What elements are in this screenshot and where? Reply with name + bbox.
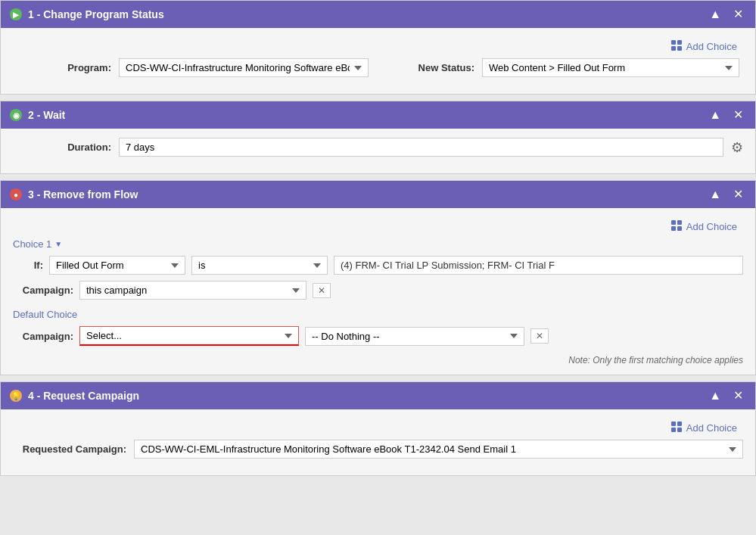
step-3-title: 3 - Remove from Flow bbox=[28, 188, 138, 201]
step-2-actions: ▲ ✕ bbox=[706, 107, 746, 123]
step-3-add-choice-row: Add Choice bbox=[13, 217, 743, 238]
step-3-body: Add Choice Choice 1 ▼ If: Filled Out For… bbox=[1, 208, 755, 375]
step-3-close-button[interactable]: ✕ bbox=[730, 187, 746, 202]
step-1-up-button[interactable]: ▲ bbox=[706, 7, 724, 22]
step-1-add-choice-row: Add Choice bbox=[13, 37, 743, 58]
step-4-body: Add Choice Requested Campaign: CDS-WW-CI… bbox=[1, 409, 755, 475]
step-2-header: ◉ 2 - Wait ▲ ✕ bbox=[1, 101, 755, 129]
step-1-program-row: Program: CDS-WW-CI-Infrastructure Monito… bbox=[13, 58, 743, 77]
step-1-status-label: New Status: bbox=[376, 62, 474, 73]
step-3-if-row: If: Filled Out Form is (4) FRM- CI Trial… bbox=[13, 256, 743, 275]
step-3-header: ● 3 - Remove from Flow ▲ ✕ bbox=[1, 181, 755, 208]
step-3-if-label: If: bbox=[13, 260, 43, 271]
step-4-requested-row: Requested Campaign: CDS-WW-CI-EML-Infras… bbox=[13, 440, 743, 459]
step-4-header: 💡 4 - Request Campaign ▲ ✕ bbox=[1, 382, 755, 409]
step-3-condition-op-select[interactable]: is bbox=[191, 256, 328, 275]
step-1-header: ▶ 1 - Change Program Status ▲ ✕ bbox=[1, 1, 755, 28]
step-4-add-choice-row: Add Choice bbox=[13, 418, 743, 440]
step-3-title-group: ● 3 - Remove from Flow bbox=[10, 188, 138, 201]
step-3-status-icon: ● bbox=[10, 188, 22, 201]
step-4-close-button[interactable]: ✕ bbox=[730, 388, 746, 403]
step-1-status-select[interactable]: Web Content > Filled Out Form bbox=[482, 58, 739, 77]
step-3-default-campaign-select[interactable]: Select... bbox=[79, 326, 299, 346]
step-4-status-icon: 💡 bbox=[10, 390, 22, 402]
step-1-close-button[interactable]: ✕ bbox=[730, 7, 746, 22]
step-3-default-remove-button[interactable]: ✕ bbox=[530, 328, 549, 344]
step-2-duration-row: Duration: ⚙ bbox=[13, 138, 743, 157]
add-choice-grid-icon bbox=[671, 40, 683, 52]
step-1-program-label: Program: bbox=[13, 62, 111, 73]
step-3-add-choice-grid-icon bbox=[671, 220, 683, 232]
step-2-close-button[interactable]: ✕ bbox=[730, 107, 746, 123]
step-3-add-choice-label: Add Choice bbox=[686, 221, 737, 232]
step-3-condition-value: (4) FRM- CI Trial LP Submission; FRM- CI… bbox=[334, 256, 743, 275]
step-4-add-choice-label: Add Choice bbox=[686, 422, 737, 434]
step-3-choice-1-body: If: Filled Out Form is (4) FRM- CI Trial… bbox=[13, 256, 743, 300]
step-3-default-choice-label: Default Choice bbox=[13, 309, 743, 320]
step-2-body: Duration: ⚙ bbox=[1, 129, 755, 173]
step-1-program-select[interactable]: CDS-WW-CI-Infrastructure Monitoring Soft… bbox=[119, 58, 369, 77]
step-2-duration-input[interactable] bbox=[119, 138, 723, 157]
step-2-title: 2 - Wait bbox=[28, 109, 65, 121]
step-2-status-icon: ◉ bbox=[10, 109, 22, 121]
step-4-up-button[interactable]: ▲ bbox=[706, 388, 724, 403]
step-3-remove-row-button[interactable]: ✕ bbox=[313, 283, 331, 298]
step-1-block: ▶ 1 - Change Program Status ▲ ✕ Add Choi… bbox=[0, 0, 756, 95]
step-3-campaign-select[interactable]: this campaign bbox=[79, 281, 306, 300]
step-3-actions: ▲ ✕ bbox=[706, 187, 746, 202]
step-3-default-choice-row: Campaign: Select... -- Do Nothing -- ✕ bbox=[13, 326, 743, 346]
step-3-add-choice-button[interactable]: Add Choice bbox=[671, 220, 737, 232]
step-4-title: 4 - Request Campaign bbox=[28, 390, 139, 402]
step-3-condition-field-select[interactable]: Filled Out Form bbox=[49, 256, 185, 275]
step-3-choice-1-text: Choice 1 bbox=[13, 238, 51, 250]
step-3-default-action-select[interactable]: -- Do Nothing -- bbox=[305, 327, 524, 346]
step-4-requested-label: Requested Campaign: bbox=[13, 443, 126, 455]
step-2-up-button[interactable]: ▲ bbox=[706, 107, 724, 123]
step-3-campaign-label: Campaign: bbox=[13, 285, 73, 296]
step-2-title-group: ◉ 2 - Wait bbox=[10, 109, 65, 121]
step-3-campaign-row: Campaign: this campaign ✕ bbox=[13, 281, 743, 300]
step-2-gear-button[interactable]: ⚙ bbox=[731, 139, 743, 156]
step-3-up-button[interactable]: ▲ bbox=[706, 187, 724, 202]
step-3-choice-1-arrow: ▼ bbox=[54, 240, 62, 248]
step-3-choice-1-label[interactable]: Choice 1 ▼ bbox=[13, 238, 743, 250]
step-2-duration-label: Duration: bbox=[13, 142, 111, 153]
step-1-title: 1 - Change Program Status bbox=[28, 8, 164, 20]
step-4-title-group: 💡 4 - Request Campaign bbox=[10, 390, 139, 402]
step-1-title-group: ▶ 1 - Change Program Status bbox=[10, 8, 164, 20]
step-4-actions: ▲ ✕ bbox=[706, 388, 746, 403]
step-1-add-choice-button[interactable]: Add Choice bbox=[671, 40, 737, 52]
step-1-add-choice-label: Add Choice bbox=[686, 41, 737, 52]
step-4-requested-select[interactable]: CDS-WW-CI-EML-Infrastructure Monitoring … bbox=[134, 440, 743, 459]
step-4-block: 💡 4 - Request Campaign ▲ ✕ Add Choice Re… bbox=[0, 381, 756, 476]
step-3-choice-1-section: Choice 1 ▼ If: Filled Out Form is (4) FR… bbox=[13, 238, 743, 300]
step-3-default-choice-section: Default Choice Campaign: Select... -- Do… bbox=[13, 309, 743, 346]
step-1-actions: ▲ ✕ bbox=[706, 7, 746, 22]
step-3-block: ● 3 - Remove from Flow ▲ ✕ Add Choice Ch… bbox=[0, 180, 756, 375]
step-3-note: Note: Only the first matching choice app… bbox=[13, 355, 743, 365]
step-4-add-choice-grid-icon bbox=[671, 421, 683, 434]
step-4-add-choice-button[interactable]: Add Choice bbox=[671, 421, 737, 434]
step-3-default-campaign-label: Campaign: bbox=[13, 331, 73, 342]
step-1-body: Add Choice Program: CDS-WW-CI-Infrastruc… bbox=[1, 28, 755, 94]
step-2-block: ◉ 2 - Wait ▲ ✕ Duration: ⚙ bbox=[0, 101, 756, 174]
step-1-status-icon: ▶ bbox=[10, 8, 22, 20]
